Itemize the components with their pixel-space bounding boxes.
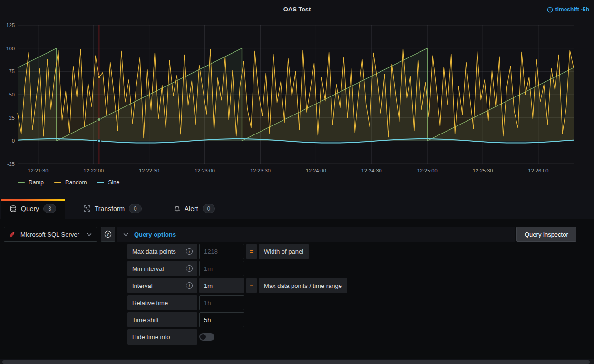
legend-item-random[interactable]: Random [54, 179, 87, 186]
y-axis-tick-label: 50 [9, 92, 15, 97]
bell-icon [174, 205, 180, 212]
x-axis-tick-label: 12:25:30 [473, 168, 493, 173]
query-inspector-button[interactable]: Query inspector [516, 227, 576, 242]
hide-time-info-label: Hide time info [127, 329, 197, 345]
info-icon[interactable]: i [186, 248, 193, 255]
time-shift-label: Time shift [127, 312, 197, 327]
x-axis-tick-label: 12:23:30 [250, 168, 271, 173]
option-row-hide-time-info: Hide time info [127, 329, 214, 345]
y-axis-tick-label: 25 [9, 115, 15, 121]
scrollbar-thumb[interactable] [2, 360, 590, 364]
relative-time-label: Relative time [127, 295, 197, 310]
legend-item-ramp[interactable]: Ramp [18, 179, 44, 186]
info-icon[interactable]: i [186, 265, 193, 272]
equals-sign: = [246, 278, 257, 293]
min-interval-label: Min interval i [127, 261, 197, 276]
datasource-name: Microsoft SQL Server [20, 231, 82, 238]
y-axis-tick-label: 75 [9, 68, 15, 74]
y-axis-tick-label: 125 [6, 22, 15, 28]
time-shift-input[interactable] [199, 312, 244, 327]
clock-icon [547, 7, 553, 13]
y-axis-tick-label: -25 [7, 161, 15, 167]
ramp-series-swatch [18, 182, 25, 183]
datasource-help-button[interactable]: ? [101, 227, 115, 242]
y-axis-tick-label: 100 [6, 46, 15, 51]
datasource-picker[interactable]: Microsoft SQL Server [4, 227, 97, 242]
chevron-down-icon [87, 233, 92, 236]
random-series-swatch [54, 182, 61, 183]
y-axis-tick-label: 0 [12, 138, 15, 144]
panel-title: OAS Test [0, 6, 594, 13]
option-row-interval: Interval i 1m = Max data points / time r… [127, 278, 347, 293]
transform-icon [84, 205, 90, 212]
sine-series-swatch [97, 182, 104, 183]
x-axis-tick-label: 12:25:00 [417, 168, 438, 173]
x-axis-tick-label: 12:22:30 [139, 168, 159, 173]
max-data-points-input[interactable] [199, 244, 244, 259]
interval-label: Interval i [127, 278, 197, 293]
svg-text:?: ? [107, 232, 109, 237]
horizontal-scrollbar [0, 360, 594, 364]
transform-count-badge: 0 [129, 204, 142, 213]
interval-description: Max data points / time range [259, 278, 347, 293]
time-series-chart[interactable]: 1251007550250-2512:21:3012:22:0012:22:30… [0, 0, 594, 190]
option-row-min-interval: Min interval i [127, 261, 244, 276]
x-axis-tick-label: 12:23:00 [195, 168, 215, 173]
max-data-points-description: Width of panel [259, 244, 309, 259]
option-row-relative-time: Relative time [127, 295, 244, 310]
query-options-header[interactable]: Query options [117, 227, 515, 242]
database-icon [10, 205, 17, 212]
x-axis-tick-label: 12:22:00 [83, 168, 104, 173]
timeshift-indicator: timeshift -5h [547, 6, 589, 13]
hide-time-info-toggle[interactable] [199, 333, 214, 341]
relative-time-input[interactable] [199, 295, 244, 310]
graph-panel: 1251007550250-2512:21:3012:22:0012:22:30… [0, 0, 594, 190]
min-interval-input[interactable] [199, 261, 244, 276]
option-row-time-shift: Time shift [127, 312, 244, 327]
query-options-label: Query options [134, 231, 176, 238]
question-circle-icon: ? [104, 230, 112, 238]
max-data-points-label: Max data points i [127, 244, 197, 259]
x-axis-tick-label: 12:26:00 [528, 168, 549, 173]
x-axis-tick-label: 12:21:30 [28, 168, 48, 173]
editor-tabs: Query 3 Transform 0 Alert 0 [0, 199, 594, 219]
query-count-badge: 3 [43, 204, 56, 213]
info-icon[interactable]: i [186, 282, 193, 289]
option-row-max-data-points: Max data points i = Width of panel [127, 244, 309, 259]
ramp-annotation-marker [97, 118, 101, 121]
x-axis-tick-label: 12:24:30 [361, 168, 382, 173]
interval-value: 1m [199, 278, 244, 293]
tab-query[interactable]: Query 3 [1, 199, 65, 219]
x-axis-tick-label: 12:24:00 [306, 168, 326, 173]
random-annotation-marker [97, 76, 101, 79]
chart-legend: Ramp Random Sine [18, 179, 119, 186]
mssql-icon [9, 231, 16, 238]
sine-annotation-marker [97, 139, 101, 143]
equals-sign: = [246, 244, 257, 259]
legend-item-sine[interactable]: Sine [97, 179, 119, 186]
alert-count-badge: 0 [203, 204, 215, 213]
tab-alert[interactable]: Alert 0 [166, 199, 224, 219]
query-editor-pane: Microsoft SQL Server ? Query options Que… [0, 219, 594, 359]
chevron-down-icon [123, 233, 128, 236]
tab-transform[interactable]: Transform 0 [75, 199, 150, 219]
